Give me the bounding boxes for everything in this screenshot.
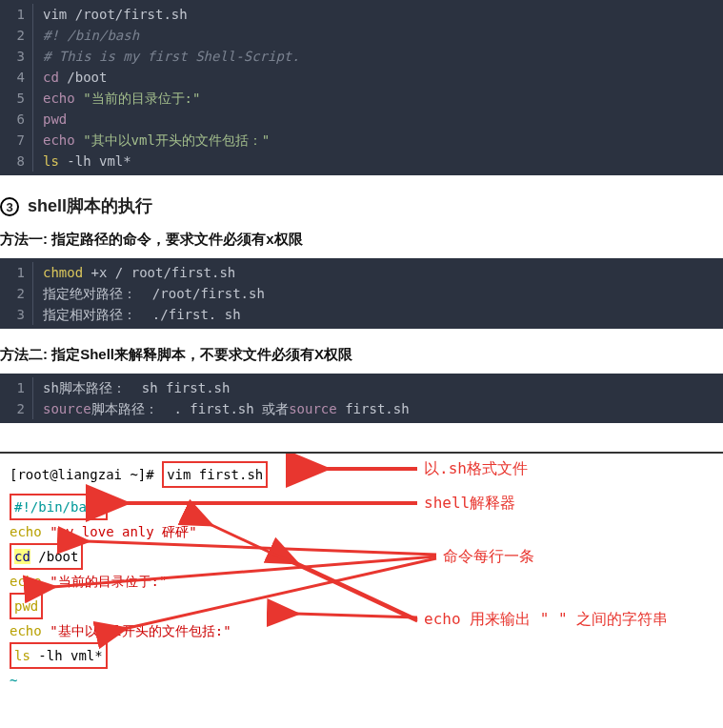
- code-line: ls -lh vml*: [43, 151, 723, 172]
- line-number: 3: [0, 46, 32, 67]
- code-block-3: 1sh脚本路径： sh first.sh2source脚本路径： . first…: [0, 374, 723, 423]
- method-2-title: 方法二: 指定Shell来解释脚本，不要求文件必须有X权限: [0, 346, 723, 364]
- line-number: 2: [0, 398, 32, 419]
- svg-line-7: [295, 562, 417, 619]
- code-line: pwd: [43, 109, 723, 130]
- code-line: cd /boot: [43, 67, 723, 88]
- code-line: source脚本路径： . first.sh 或者source first.sh: [43, 398, 723, 419]
- code-line: 指定相对路径： ./first. sh: [43, 304, 723, 325]
- code-line: vim /root/first.sh: [43, 4, 723, 25]
- line-number: 1: [0, 377, 32, 398]
- code-line: chmod +x / root/first.sh: [43, 262, 723, 283]
- code-line: # This is my first Shell-Script.: [43, 46, 723, 67]
- line-number: 4: [0, 67, 32, 88]
- line-number: 3: [0, 304, 32, 325]
- code-block-1: 1vim /root/first.sh2#! /bin/bash3# This …: [0, 0, 723, 175]
- method-1-title: 方法一: 指定路径的命令，要求文件必须有x权限: [0, 231, 723, 249]
- section-heading-3: 3 shell脚本的执行: [0, 194, 723, 217]
- line-number: 1: [0, 262, 32, 283]
- line-number: 7: [0, 130, 32, 151]
- line-number: 1: [0, 4, 32, 25]
- terminal-annotated: [root@liangzai ~]# vim first.sh #!/bin/b…: [0, 452, 723, 720]
- line-number: 8: [0, 151, 32, 172]
- circled-number: 3: [0, 197, 19, 216]
- code-block-2: 1chmod +x / root/first.sh2指定绝对路径： /root/…: [0, 258, 723, 329]
- code-line: sh脚本路径： sh first.sh: [43, 377, 723, 398]
- line-number: 2: [0, 25, 32, 46]
- code-line: echo "当前的目录位于:": [43, 88, 723, 109]
- code-line: #! /bin/bash: [43, 25, 723, 46]
- code-line: echo "其中以vml开头的文件包括：": [43, 130, 723, 151]
- arrow-icon: [0, 454, 723, 673]
- line-number: 2: [0, 283, 32, 304]
- line-number: 6: [0, 109, 32, 130]
- line-number: 5: [0, 88, 32, 109]
- code-line: 指定绝对路径： /root/first.sh: [43, 283, 723, 304]
